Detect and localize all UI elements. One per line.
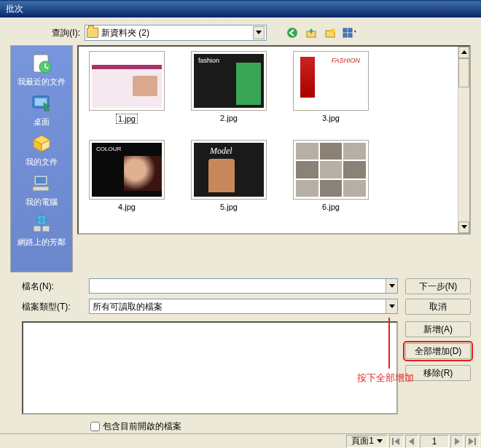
nav-next-icon[interactable] (450, 435, 464, 448)
back-icon[interactable] (286, 26, 299, 39)
chevron-down-icon[interactable] (377, 439, 383, 444)
folder-icon (87, 28, 98, 38)
svg-rect-19 (474, 438, 476, 445)
file-thumb[interactable]: 3.jpg (289, 51, 373, 124)
nav-last-icon[interactable] (465, 435, 480, 448)
svg-point-3 (331, 28, 335, 33)
next-button[interactable]: 下一步(N) (405, 278, 471, 294)
window-title: 批次 (6, 3, 23, 15)
scroll-down-icon[interactable] (458, 221, 469, 233)
add-button[interactable]: 新增(A) (405, 321, 471, 337)
lookin-label: 查詢(I): (45, 27, 80, 39)
cancel-button[interactable]: 取消 (405, 299, 471, 315)
mydocs-icon (30, 132, 53, 155)
remove-button[interactable]: 移除(R) (405, 365, 471, 381)
place-mycomputer[interactable]: 我的電腦 (11, 170, 72, 209)
desktop-icon (30, 92, 53, 115)
file-thumb[interactable]: 5.jpg (187, 140, 271, 211)
filetype-label: 檔案類型(T): (22, 299, 82, 313)
places-bar: 我最近的文件 桌面 我的文件 我的電腦 網路上的芳鄰 (10, 45, 73, 272)
svg-rect-14 (33, 186, 49, 191)
file-thumb[interactable]: 2.jpg (187, 51, 271, 124)
file-thumb[interactable]: 4.jpg (85, 140, 169, 211)
views-icon[interactable] (343, 26, 356, 39)
place-recent[interactable]: 我最近的文件 (11, 50, 72, 89)
statusbar: 頁面1 1 (0, 433, 481, 448)
lookin-value: 新資料夾 (2) (101, 27, 253, 39)
annotation-text: 按下全部增加 (357, 372, 414, 385)
file-thumb[interactable]: 6.jpg (289, 140, 373, 211)
include-open-checkbox[interactable] (90, 422, 100, 431)
filetype-combo[interactable]: 所有可讀取的檔案 (89, 299, 398, 314)
place-mydocs[interactable]: 我的文件 (11, 130, 72, 169)
up-icon[interactable] (305, 26, 318, 39)
new-folder-icon[interactable] (324, 26, 337, 39)
include-open-label: 包含目前開啟的檔案 (103, 420, 181, 433)
annotation-line (388, 318, 390, 369)
svg-rect-4 (343, 28, 347, 32)
place-network[interactable]: 網路上的芳鄰 (11, 211, 72, 249)
filename-combo[interactable] (89, 278, 398, 294)
place-desktop[interactable]: 桌面 (11, 90, 72, 129)
status-page-label: 頁面1 (346, 435, 388, 448)
nav-first-icon[interactable] (389, 435, 404, 448)
vertical-scrollbar[interactable] (458, 47, 469, 233)
lookin-combo[interactable]: 新資料夾 (2) (85, 25, 267, 41)
chevron-down-icon[interactable] (253, 26, 265, 39)
svg-rect-6 (343, 34, 347, 37)
svg-rect-5 (348, 28, 352, 32)
file-list[interactable]: 1.jpg 2.jpg 3.jpg 4.jpg (77, 45, 471, 235)
svg-rect-17 (42, 226, 50, 232)
addall-button[interactable]: 全部增加(D) (405, 343, 471, 359)
titlebar: 批次 (0, 0, 481, 17)
nav-prev-icon[interactable] (405, 435, 418, 448)
chevron-down-icon[interactable] (386, 279, 397, 293)
status-page-num: 1 (420, 435, 449, 448)
file-thumb[interactable]: 1.jpg (85, 51, 169, 124)
network-icon (30, 212, 53, 235)
svg-rect-16 (34, 226, 41, 232)
filename-label: 檔名(N): (22, 278, 82, 293)
recent-icon (30, 52, 53, 75)
svg-point-0 (287, 28, 297, 38)
svg-rect-7 (348, 34, 352, 37)
computer-icon (30, 172, 53, 195)
svg-rect-18 (392, 438, 394, 445)
svg-rect-13 (36, 177, 46, 184)
scroll-thumb[interactable] (458, 58, 469, 87)
scroll-up-icon[interactable] (458, 47, 469, 58)
chevron-down-icon[interactable] (386, 299, 397, 313)
selected-files-listbox[interactable] (22, 321, 398, 414)
